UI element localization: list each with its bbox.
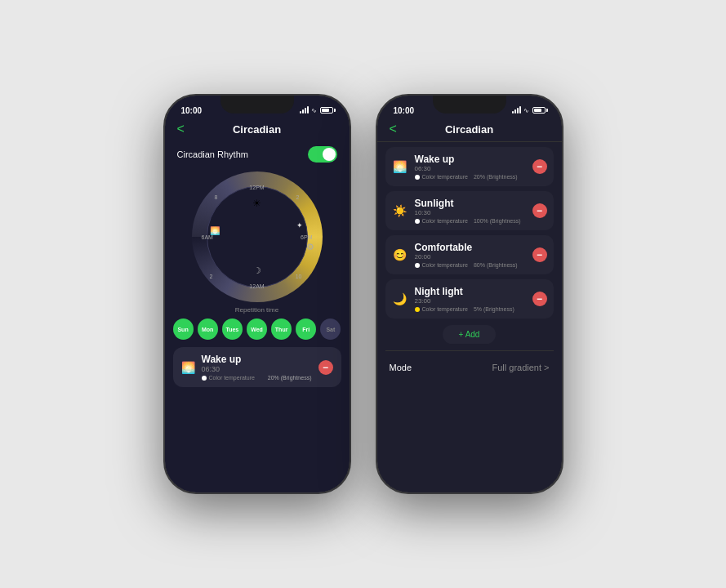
scene-list: 🌅 Wake up 06:30 Color temperature 20% (B… [377,147,562,318]
toggle-row: Circadian Rhythm [165,141,350,167]
scene-info-wakeup: Wake up 06:30 Color temperature 20% (Bri… [415,154,526,180]
scene-name-wakeup: Wake up [415,154,526,165]
day-thur[interactable]: Thur [271,318,292,340]
scene-night-light[interactable]: 🌙 Night light 23:00 Color temperature 5%… [385,279,554,318]
day-wed[interactable]: Wed [247,318,267,340]
scene-name-sunlight: Sunlight [415,198,526,209]
status-bar-right: 10:00 ∿ [377,96,562,118]
sun-icon-mid: ✦ [296,221,303,229]
wake-time: 06:30 [202,365,312,373]
signal-icon-left [300,107,309,114]
scene-name-comfortable: Comfortable [415,242,526,253]
phones-container: 10:00 ∿ < Circadian [163,94,563,494]
wake-icon: 🌅 [181,361,195,374]
day-tues[interactable]: Tues [222,318,243,340]
scene-dot-comfortable [415,263,420,268]
scene-time-night: 23:00 [415,297,526,305]
toggle-label: Circadian Rhythm [177,149,248,159]
scene-details-night: Color temperature 5% (Brightness) [415,306,526,312]
wake-color-label: Color temperature [209,375,255,381]
sunrise-icon: 🌅 [210,226,220,235]
status-time-right: 10:00 [394,106,415,115]
repetition-label: Repetition time [165,306,350,314]
wake-info: Wake up 06:30 Color temperature 20% (Bri… [202,354,312,381]
gear-icon[interactable]: ⚙ [306,242,314,252]
scene-delete-comfortable[interactable]: − [532,247,547,262]
scene-time-sunlight: 10:30 [415,209,526,216]
scene-name-night: Night light [415,286,526,297]
mode-value: Full gradient > [492,363,549,372]
scene-icon-wakeup: 🌅 [392,160,408,173]
scene-delete-sunlight[interactable]: − [532,203,547,218]
status-icons-right: ∿ [512,107,546,114]
scene-icon-night: 🌙 [392,292,408,305]
phone1-screen: 10:00 ∿ < Circadian [165,96,350,492]
scene-delete-night[interactable]: − [532,292,547,306]
scene-details-comfortable: Color temperature 80% (Brightness) [415,262,526,268]
nav-bar-left: < Circadian [165,118,350,141]
moon-icon: ☽ [253,265,261,276]
wake-delete-button[interactable]: − [318,360,333,375]
nav-title-left: Circadian [233,123,281,136]
signal-icon-right [512,107,521,114]
battery-icon-right [532,107,546,114]
wake-title: Wake up [202,354,312,365]
phone2-screen: 10:00 ∿ < Circadian [377,96,562,492]
status-bar-left: 10:00 ∿ [165,96,350,118]
back-button-left[interactable]: < [177,122,185,136]
mode-divider [385,350,554,351]
days-container: Sun Mon Tues Wed Thur Fri Sat [165,315,350,343]
scene-dot-wakeup [415,175,420,180]
day-sat[interactable]: Sat [320,318,341,340]
clock-dial: 12PM 2 6PM 10 12AM 2 6AM 8 ☀ ✦ ☽ 🌅 [192,172,323,302]
scene-icon-comfortable: 😊 [392,248,408,261]
scene-delete-wakeup[interactable]: − [532,159,547,174]
clock-label-8: 8 [215,194,218,200]
scene-time-comfortable: 20:00 [415,253,526,261]
mode-label: Mode [390,363,412,372]
mode-row[interactable]: Mode Full gradient > [377,354,562,381]
battery-icon-left [320,107,333,114]
status-icons-left: ∿ [300,107,333,114]
scene-dot-night [415,307,420,312]
clock-label-6pm: 6PM [301,234,312,240]
add-scene-button[interactable]: + Add [443,325,497,344]
wake-details: Color temperature 20% (Brightness) [202,375,312,381]
sun-icon-top: ☀ [252,198,261,209]
scene-dot-sunlight [415,219,420,224]
clock-label-2top: 2 [296,194,300,200]
color-dot [202,376,207,381]
phone-right: 10:00 ∿ < Circadian [376,94,563,494]
day-fri[interactable]: Fri [296,318,316,340]
clock-label-12pm: 12PM [249,185,264,190]
wake-card: 🌅 Wake up 06:30 Color temperature 20% (B… [173,347,341,387]
scene-time-wakeup: 06:30 [415,165,526,172]
nav-title-right: Circadian [445,123,493,136]
scene-details-sunlight: Color temperature 100% (Brightness) [415,218,526,224]
phone-left: 10:00 ∿ < Circadian [163,94,351,494]
scene-sunlight[interactable]: ☀️ Sunlight 10:30 Color temperature 100%… [385,191,554,230]
clock-label-10bot: 10 [296,274,302,279]
wifi-icon-left: ∿ [311,107,317,114]
scene-info-night: Night light 23:00 Color temperature 5% (… [415,286,526,312]
circadian-toggle[interactable] [308,146,337,163]
day-sun[interactable]: Sun [173,318,194,340]
scene-icon-sunlight: ☀️ [392,204,408,217]
scene-info-sunlight: Sunlight 10:30 Color temperature 100% (B… [415,198,526,224]
clock-container: 12PM 2 6PM 10 12AM 2 6AM 8 ☀ ✦ ☽ 🌅 [165,172,350,302]
scene-info-comfortable: Comfortable 20:00 Color temperature 80% … [415,242,526,268]
status-time-left: 10:00 [181,106,203,115]
clock-label-12am: 12AM [249,283,264,289]
wifi-icon-right: ∿ [523,107,529,114]
scene-wake-up[interactable]: 🌅 Wake up 06:30 Color temperature 20% (B… [385,147,554,186]
wake-brightness: 20% (Brightness) [268,375,312,381]
clock-label-2bot: 2 [210,274,213,279]
scene-details-wakeup: Color temperature 20% (Brightness) [415,174,526,180]
back-button-right[interactable]: < [390,122,397,136]
scene-comfortable[interactable]: 😊 Comfortable 20:00 Color temperature 80… [385,235,554,274]
day-mon[interactable]: Mon [198,318,218,340]
header-divider [377,141,562,142]
nav-bar-right: < Circadian [377,118,562,141]
